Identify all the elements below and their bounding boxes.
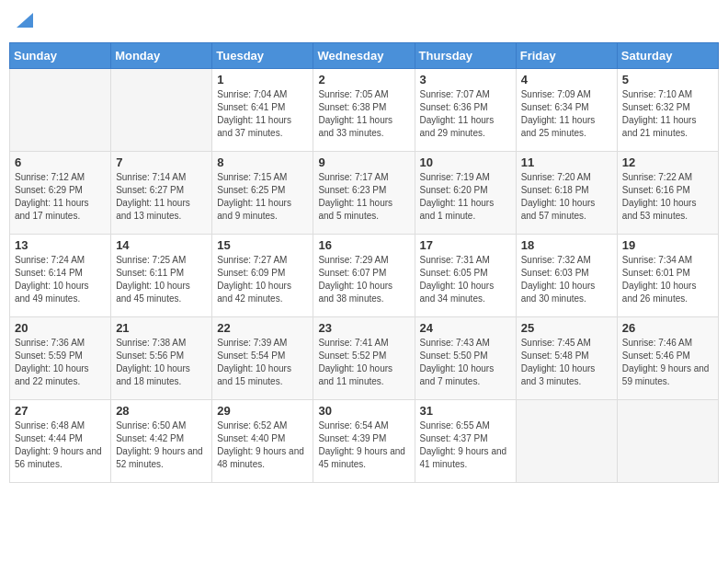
calendar-cell: 23Sunrise: 7:41 AM Sunset: 5:52 PM Dayli… — [313, 317, 415, 400]
logo — [15, 13, 33, 31]
calendar-cell — [10, 69, 111, 152]
calendar-cell: 16Sunrise: 7:29 AM Sunset: 6:07 PM Dayli… — [313, 235, 415, 317]
day-number: 13 — [15, 238, 106, 252]
calendar-cell: 1Sunrise: 7:04 AM Sunset: 6:41 PM Daylig… — [212, 69, 313, 152]
calendar-cell: 5Sunrise: 7:10 AM Sunset: 6:32 PM Daylig… — [617, 69, 718, 152]
day-detail: Sunrise: 7:22 AM Sunset: 6:16 PM Dayligh… — [622, 171, 713, 223]
day-number: 7 — [116, 155, 207, 169]
calendar-cell: 8Sunrise: 7:15 AM Sunset: 6:25 PM Daylig… — [212, 152, 313, 235]
day-detail: Sunrise: 7:43 AM Sunset: 5:50 PM Dayligh… — [420, 337, 511, 388]
day-number: 26 — [622, 321, 713, 335]
day-detail: Sunrise: 7:10 AM Sunset: 6:32 PM Dayligh… — [622, 88, 713, 140]
day-number: 2 — [318, 73, 409, 86]
day-number: 17 — [420, 238, 511, 252]
day-number: 4 — [521, 73, 612, 86]
day-detail: Sunrise: 7:07 AM Sunset: 6:36 PM Dayligh… — [420, 88, 511, 140]
day-detail: Sunrise: 6:52 AM Sunset: 4:40 PM Dayligh… — [217, 419, 308, 471]
day-detail: Sunrise: 7:12 AM Sunset: 6:29 PM Dayligh… — [15, 171, 106, 223]
calendar-cell: 30Sunrise: 6:54 AM Sunset: 4:39 PM Dayli… — [313, 400, 415, 483]
day-detail: Sunrise: 7:04 AM Sunset: 6:41 PM Dayligh… — [217, 88, 308, 140]
calendar-cell: 12Sunrise: 7:22 AM Sunset: 6:16 PM Dayli… — [617, 152, 718, 235]
day-number: 25 — [521, 321, 612, 335]
day-detail: Sunrise: 7:46 AM Sunset: 5:46 PM Dayligh… — [622, 337, 713, 388]
day-detail: Sunrise: 7:31 AM Sunset: 6:05 PM Dayligh… — [420, 254, 511, 305]
calendar-cell: 9Sunrise: 7:17 AM Sunset: 6:23 PM Daylig… — [313, 152, 415, 235]
calendar-cell: 13Sunrise: 7:24 AM Sunset: 6:14 PM Dayli… — [10, 235, 111, 317]
calendar-cell: 25Sunrise: 7:45 AM Sunset: 5:48 PM Dayli… — [516, 317, 617, 400]
day-of-week-header: Saturday — [617, 43, 718, 69]
calendar-cell: 29Sunrise: 6:52 AM Sunset: 4:40 PM Dayli… — [212, 400, 313, 483]
calendar-cell: 6Sunrise: 7:12 AM Sunset: 6:29 PM Daylig… — [10, 152, 111, 235]
calendar-week-row: 1Sunrise: 7:04 AM Sunset: 6:41 PM Daylig… — [10, 69, 719, 152]
day-detail: Sunrise: 7:05 AM Sunset: 6:38 PM Dayligh… — [318, 88, 409, 140]
day-of-week-header: Sunday — [10, 43, 111, 69]
day-detail: Sunrise: 6:54 AM Sunset: 4:39 PM Dayligh… — [318, 419, 409, 471]
calendar-cell: 7Sunrise: 7:14 AM Sunset: 6:27 PM Daylig… — [111, 152, 212, 235]
calendar-cell: 10Sunrise: 7:19 AM Sunset: 6:20 PM Dayli… — [415, 152, 516, 235]
day-of-week-header: Monday — [111, 43, 212, 69]
svg-marker-0 — [17, 13, 33, 28]
day-detail: Sunrise: 7:14 AM Sunset: 6:27 PM Dayligh… — [116, 171, 207, 223]
day-number: 16 — [318, 238, 409, 252]
calendar-cell: 24Sunrise: 7:43 AM Sunset: 5:50 PM Dayli… — [415, 317, 516, 400]
day-number: 14 — [116, 238, 207, 252]
day-number: 10 — [420, 155, 511, 169]
calendar-cell: 2Sunrise: 7:05 AM Sunset: 6:38 PM Daylig… — [313, 69, 415, 152]
day-number: 28 — [116, 404, 207, 418]
calendar-cell: 18Sunrise: 7:32 AM Sunset: 6:03 PM Dayli… — [516, 235, 617, 317]
calendar-week-row: 13Sunrise: 7:24 AM Sunset: 6:14 PM Dayli… — [10, 235, 719, 317]
calendar-cell — [111, 69, 212, 152]
day-detail: Sunrise: 7:20 AM Sunset: 6:18 PM Dayligh… — [521, 171, 612, 223]
day-number: 22 — [217, 321, 308, 335]
day-number: 19 — [622, 238, 713, 252]
day-number: 8 — [217, 155, 308, 169]
page-header — [9, 9, 719, 35]
calendar-cell: 20Sunrise: 7:36 AM Sunset: 5:59 PM Dayli… — [10, 317, 111, 400]
day-number: 9 — [318, 155, 409, 169]
calendar-header-row: SundayMondayTuesdayWednesdayThursdayFrid… — [10, 43, 719, 69]
day-detail: Sunrise: 7:27 AM Sunset: 6:09 PM Dayligh… — [217, 254, 308, 305]
day-detail: Sunrise: 6:50 AM Sunset: 4:42 PM Dayligh… — [116, 419, 207, 471]
day-detail: Sunrise: 7:39 AM Sunset: 5:54 PM Dayligh… — [217, 337, 308, 388]
day-detail: Sunrise: 7:41 AM Sunset: 5:52 PM Dayligh… — [318, 337, 409, 388]
calendar-cell: 14Sunrise: 7:25 AM Sunset: 6:11 PM Dayli… — [111, 235, 212, 317]
day-detail: Sunrise: 7:29 AM Sunset: 6:07 PM Dayligh… — [318, 254, 409, 305]
day-detail: Sunrise: 7:19 AM Sunset: 6:20 PM Dayligh… — [420, 171, 511, 223]
day-detail: Sunrise: 7:09 AM Sunset: 6:34 PM Dayligh… — [521, 88, 612, 140]
day-of-week-header: Wednesday — [313, 43, 415, 69]
calendar-cell: 19Sunrise: 7:34 AM Sunset: 6:01 PM Dayli… — [617, 235, 718, 317]
day-number: 24 — [420, 321, 511, 335]
calendar-cell: 31Sunrise: 6:55 AM Sunset: 4:37 PM Dayli… — [415, 400, 516, 483]
day-number: 23 — [318, 321, 409, 335]
day-number: 12 — [622, 155, 713, 169]
calendar-week-row: 6Sunrise: 7:12 AM Sunset: 6:29 PM Daylig… — [10, 152, 719, 235]
day-detail: Sunrise: 7:45 AM Sunset: 5:48 PM Dayligh… — [521, 337, 612, 388]
day-of-week-header: Friday — [516, 43, 617, 69]
day-detail: Sunrise: 7:38 AM Sunset: 5:56 PM Dayligh… — [116, 337, 207, 388]
day-number: 21 — [116, 321, 207, 335]
day-detail: Sunrise: 7:24 AM Sunset: 6:14 PM Dayligh… — [15, 254, 106, 305]
day-detail: Sunrise: 6:48 AM Sunset: 4:44 PM Dayligh… — [15, 419, 106, 471]
day-number: 29 — [217, 404, 308, 418]
logo-icon — [17, 13, 33, 28]
day-detail: Sunrise: 6:55 AM Sunset: 4:37 PM Dayligh… — [420, 419, 511, 471]
day-number: 3 — [420, 73, 511, 86]
day-detail: Sunrise: 7:34 AM Sunset: 6:01 PM Dayligh… — [622, 254, 713, 305]
day-number: 30 — [318, 404, 409, 418]
calendar-cell: 28Sunrise: 6:50 AM Sunset: 4:42 PM Dayli… — [111, 400, 212, 483]
day-detail: Sunrise: 7:32 AM Sunset: 6:03 PM Dayligh… — [521, 254, 612, 305]
day-detail: Sunrise: 7:36 AM Sunset: 5:59 PM Dayligh… — [15, 337, 106, 388]
day-of-week-header: Tuesday — [212, 43, 313, 69]
day-detail: Sunrise: 7:25 AM Sunset: 6:11 PM Dayligh… — [116, 254, 207, 305]
day-number: 18 — [521, 238, 612, 252]
day-number: 20 — [15, 321, 106, 335]
calendar-week-row: 20Sunrise: 7:36 AM Sunset: 5:59 PM Dayli… — [10, 317, 719, 400]
day-number: 31 — [420, 404, 511, 418]
day-number: 27 — [15, 404, 106, 418]
day-number: 1 — [217, 73, 308, 86]
calendar-cell: 22Sunrise: 7:39 AM Sunset: 5:54 PM Dayli… — [212, 317, 313, 400]
day-detail: Sunrise: 7:15 AM Sunset: 6:25 PM Dayligh… — [217, 171, 308, 223]
calendar-cell: 17Sunrise: 7:31 AM Sunset: 6:05 PM Dayli… — [415, 235, 516, 317]
calendar-cell: 27Sunrise: 6:48 AM Sunset: 4:44 PM Dayli… — [10, 400, 111, 483]
day-detail: Sunrise: 7:17 AM Sunset: 6:23 PM Dayligh… — [318, 171, 409, 223]
